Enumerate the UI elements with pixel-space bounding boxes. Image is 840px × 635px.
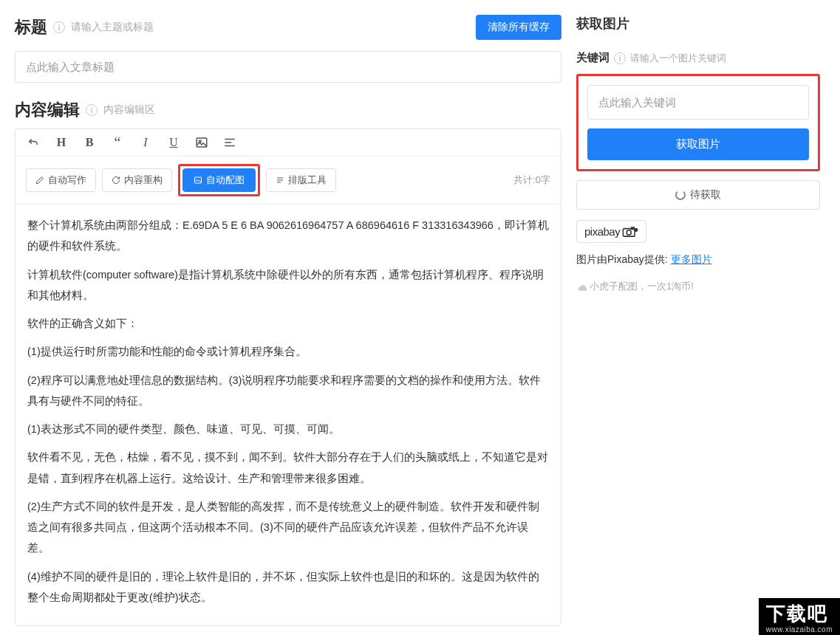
paragraph: 软件的正确含义如下： xyxy=(27,313,549,334)
editor-content[interactable]: 整个计算机系统由两部分组成：E.69DA 5 E 6 BA 9062616964… xyxy=(16,205,561,625)
more-images-link[interactable]: 更多图片 xyxy=(671,253,712,265)
picture-icon xyxy=(194,176,202,185)
image-icon[interactable] xyxy=(194,135,209,150)
spinner-icon xyxy=(675,190,686,200)
svg-point-10 xyxy=(626,230,631,234)
title-label: 标题 xyxy=(15,16,47,38)
title-hint: 请输入主题或标题 xyxy=(71,21,154,34)
main-column: 标题 i 请输入主题或标题 清除所有缓存 内容编辑 i 内容编辑区 H B “ … xyxy=(15,15,561,626)
restructure-label: 内容重构 xyxy=(124,174,163,187)
layout-icon xyxy=(276,176,284,185)
heading-icon[interactable]: H xyxy=(54,135,69,150)
highlight-auto-image: 自动配图 xyxy=(178,164,260,196)
credit-line: 图片由Pixabay提供: 更多图片 xyxy=(576,253,820,267)
info-icon: i xyxy=(53,21,65,33)
info-icon: i xyxy=(614,52,626,64)
paragraph: (2)程序可以满意地处理信息的数据结构。(3)说明程序功能要求和程序需要的文档的… xyxy=(27,370,549,412)
keyword-header: 关键词 i 请输入一个图片关键词 xyxy=(576,51,820,65)
keyword-label: 关键词 xyxy=(576,51,609,65)
editor-block: H B “ I U 自动写作 内容重构 xyxy=(15,128,561,626)
auto-image-button[interactable]: 自动配图 xyxy=(182,168,256,192)
sidebar: 获取图片 关键词 i 请输入一个图片关键词 获取图片 待获取 pixabay 图… xyxy=(576,15,820,626)
paragraph: (1)表达形式不同的硬件类型、颜色、味道、可见、可摸、可闻。 xyxy=(27,419,549,439)
word-count: 共计:0字 xyxy=(513,174,550,187)
paragraph: (1)提供运行时所需功能和性能的命令或计算机程序集合。 xyxy=(27,341,549,362)
refresh-icon xyxy=(112,176,120,185)
align-left-icon[interactable] xyxy=(222,135,237,150)
sidebar-title: 获取图片 xyxy=(576,15,820,32)
article-title-input[interactable] xyxy=(15,51,561,83)
editor-hint: 内容编辑区 xyxy=(103,103,155,117)
paragraph: 计算机软件(computer software)是指计算机系统中除硬件以外的所有… xyxy=(27,264,549,306)
bold-icon[interactable]: B xyxy=(82,135,97,150)
svg-point-12 xyxy=(635,228,638,231)
paragraph: (4)维护不同的硬件是旧的，理论上软件是旧的，并不坏，但实际上软件也是旧的和坏的… xyxy=(27,566,549,608)
title-section-header: 标题 i 请输入主题或标题 清除所有缓存 xyxy=(15,15,561,40)
layout-tool-label: 排版工具 xyxy=(288,174,327,187)
editor-label: 内容编辑 xyxy=(15,99,80,121)
camera-icon xyxy=(622,227,638,237)
watermark-url: www.xiazaiba.com xyxy=(766,625,833,634)
footer-note: 小虎子配图，一次1淘币! xyxy=(576,280,820,293)
auto-write-label: 自动写作 xyxy=(48,174,86,187)
format-toolbar: H B “ I U xyxy=(16,129,561,157)
paragraph: 软件看不见，无色，枯燥，看不见，摸不到，闻不到。软件大部分存在于人们的头脑或纸上… xyxy=(27,447,549,489)
fetch-image-button[interactable]: 获取图片 xyxy=(587,128,809,160)
paragraph: (2)生产方式不同的软件是开发，是人类智能的高发挥，而不是传统意义上的硬件制造。… xyxy=(27,496,549,559)
action-toolbar: 自动写作 内容重构 自动配图 排版工具 xyxy=(16,157,561,205)
watermark: 下载吧 www.xiazaiba.com xyxy=(759,598,840,635)
pixabay-badge: pixabay xyxy=(576,220,646,243)
underline-icon[interactable]: U xyxy=(166,135,181,150)
highlight-keyword-panel: 获取图片 xyxy=(576,74,820,171)
watermark-text: 下载吧 xyxy=(766,601,833,627)
keyword-input[interactable] xyxy=(587,85,809,120)
auto-write-button[interactable]: 自动写作 xyxy=(26,168,96,192)
keyword-hint: 请输入一个图片关键词 xyxy=(630,52,726,65)
pending-label: 待获取 xyxy=(690,188,721,202)
restructure-button[interactable]: 内容重构 xyxy=(102,168,172,192)
italic-icon[interactable]: I xyxy=(138,135,153,150)
info-icon: i xyxy=(86,104,98,116)
credit-text: 图片由Pixabay提供: xyxy=(576,253,671,265)
undo-icon[interactable] xyxy=(26,135,41,150)
pending-button[interactable]: 待获取 xyxy=(576,180,820,210)
clear-cache-button[interactable]: 清除所有缓存 xyxy=(476,15,561,40)
pencil-icon xyxy=(35,176,44,185)
auto-image-label: 自动配图 xyxy=(206,174,245,187)
editor-section-header: 内容编辑 i 内容编辑区 xyxy=(15,99,561,121)
paragraph: 整个计算机系统由两部分组成：E.69DA 5 E 6 BA 9062616964… xyxy=(27,215,549,257)
layout-tool-button[interactable]: 排版工具 xyxy=(266,168,336,192)
quote-icon[interactable]: “ xyxy=(110,135,125,150)
pixabay-text: pixabay xyxy=(584,225,620,238)
cloud-icon xyxy=(576,281,587,292)
footer-note-text: 小虎子配图，一次1淘币! xyxy=(590,280,694,293)
